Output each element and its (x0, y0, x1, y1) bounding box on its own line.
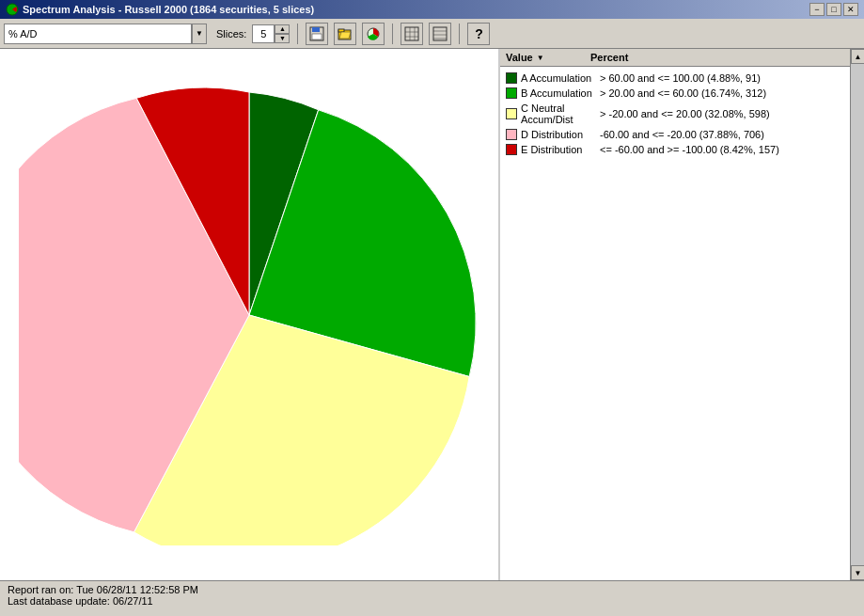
toolbar-sep-2 (392, 24, 393, 44)
legend-range-e: <= -60.00 and >= -100.00 (8.42%, 157) (600, 144, 844, 155)
color-box-a (506, 72, 517, 84)
scroll-track[interactable] (851, 64, 864, 565)
percent-col-label: Percent (590, 52, 628, 63)
save-icon (309, 26, 324, 41)
value-col-label: Value (506, 52, 533, 63)
pie-chart (19, 85, 479, 545)
legend-label-c: C Neutral Accum/Dist (521, 103, 596, 125)
svg-rect-2 (312, 27, 320, 32)
legend-col-percent: Percent (590, 52, 844, 63)
grid-button[interactable] (401, 23, 423, 45)
grid-icon (404, 26, 419, 41)
spin-down[interactable]: ▼ (275, 34, 290, 43)
indicator-dropdown[interactable]: % A/D (4, 24, 192, 44)
legend-range-d: -60.00 and <= -20.00 (37.88%, 706) (600, 129, 844, 140)
pie-svg (19, 85, 479, 545)
list-button[interactable] (429, 23, 451, 45)
dropdown-arrow[interactable]: ▼ (192, 24, 207, 44)
color-box-b (506, 87, 517, 99)
minimize-button[interactable]: − (809, 3, 825, 16)
app-icon (6, 3, 19, 16)
main-content: Value ▼ Percent A Accumulation > 60.00 a… (0, 49, 864, 580)
title-bar-left: Spectrum Analysis - Russell 2000 (1864 s… (6, 3, 314, 16)
svg-rect-7 (405, 27, 418, 40)
dropdown-value: % A/D (8, 28, 38, 39)
title-bar-buttons[interactable]: − □ ✕ (809, 3, 858, 16)
scrollbar: ▲ ▼ (850, 49, 864, 580)
slices-input[interactable] (252, 24, 275, 43)
slices-control: ▲ ▼ (252, 24, 290, 43)
right-panel: Value ▼ Percent A Accumulation > 60.00 a… (498, 49, 864, 580)
slices-spinner[interactable]: ▲ ▼ (275, 24, 290, 43)
list-icon (432, 26, 448, 41)
legend-range-a: > 60.00 and <= 100.00 (4.88%, 91) (600, 72, 844, 84)
legend-range-b: > 20.00 and <= 60.00 (16.74%, 312) (600, 87, 844, 99)
legend-label-d: D Distribution (521, 129, 596, 140)
spin-up[interactable]: ▲ (275, 24, 290, 34)
svg-rect-5 (338, 29, 344, 32)
toolbar-sep-1 (297, 24, 298, 44)
legend-label-b: B Accumulation (521, 87, 596, 99)
save-button[interactable] (306, 23, 328, 45)
legend-row-a: A Accumulation > 60.00 and <= 100.00 (4.… (500, 71, 850, 86)
help-button[interactable]: ? (467, 23, 490, 45)
legend-label-e: E Distribution (521, 144, 596, 155)
legend-label-a: A Accumulation (521, 72, 596, 84)
toolbar: % A/D ▼ Slices: ▲ ▼ (0, 19, 864, 49)
legend-area: Value ▼ Percent A Accumulation > 60.00 a… (499, 49, 850, 580)
legend-row-c: C Neutral Accum/Dist > -20.00 and <= 20.… (500, 101, 850, 127)
window-title: Spectrum Analysis - Russell 2000 (1864 s… (23, 4, 314, 15)
title-bar: Spectrum Analysis - Russell 2000 (1864 s… (0, 0, 864, 19)
open-icon (338, 26, 353, 41)
status-line-1: Report ran on: Tue 06/28/11 12:52:58 PM (8, 584, 856, 595)
color-box-e (506, 144, 517, 155)
scroll-down-button[interactable]: ▼ (851, 565, 865, 580)
legend-row-d: D Distribution -60.00 and <= -20.00 (37.… (500, 127, 850, 142)
legend-row-e: E Distribution <= -60.00 and >= -100.00 … (500, 142, 850, 157)
color-box-d (506, 129, 517, 140)
legend-row-b: B Accumulation > 20.00 and <= 60.00 (16.… (500, 86, 850, 101)
toolbar-sep-3 (459, 24, 460, 44)
slices-label: Slices: (216, 28, 246, 39)
help-icon: ? (475, 26, 483, 41)
legend-rows: A Accumulation > 60.00 and <= 100.00 (4.… (500, 67, 850, 161)
status-line-2: Last database update: 06/27/11 (8, 595, 856, 607)
restore-button[interactable]: □ (826, 3, 841, 16)
scroll-up-button[interactable]: ▲ (851, 49, 865, 64)
status-bar: Report ran on: Tue 06/28/11 12:52:58 PM … (0, 580, 864, 608)
close-button[interactable]: ✕ (843, 3, 858, 16)
pie-icon (366, 26, 381, 41)
chart-area (0, 49, 498, 580)
svg-rect-3 (312, 34, 322, 39)
legend-col-value: Value ▼ (506, 52, 590, 63)
indicator-dropdown-container[interactable]: % A/D ▼ (4, 24, 207, 44)
legend-range-c: > -20.00 and <= 20.00 (32.08%, 598) (600, 108, 844, 119)
legend-header: Value ▼ Percent (500, 49, 850, 67)
chart-type-button[interactable] (362, 23, 385, 45)
color-box-c (506, 108, 517, 119)
open-button[interactable] (334, 23, 356, 45)
sort-icon[interactable]: ▼ (537, 54, 544, 62)
